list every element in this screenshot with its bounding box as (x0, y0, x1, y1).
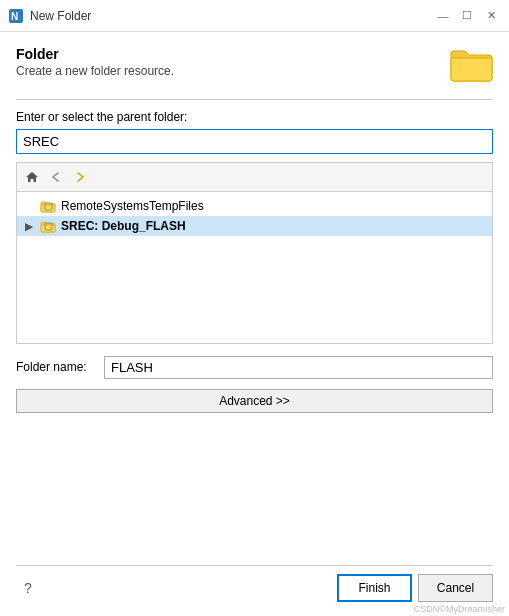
tree-area[interactable]: RemoteSystemsTempFiles ▶ SREC: Debug_FLA… (16, 191, 493, 344)
titlebar-icon: N (8, 8, 24, 24)
svg-text:N: N (11, 11, 18, 22)
srec-folder-icon (39, 218, 57, 234)
srec-debug-flash-label: SREC: Debug_FLASH (61, 219, 186, 233)
header-text: Folder Create a new folder resource. (16, 46, 174, 78)
remote-systems-label: RemoteSystemsTempFiles (61, 199, 204, 213)
folder-name-label: Folder name: (16, 360, 96, 374)
dialog-heading: Folder (16, 46, 174, 62)
cancel-button[interactable]: Cancel (418, 574, 493, 602)
folder-name-row: Folder name: (16, 356, 493, 379)
tree-item-remote-systems[interactable]: RemoteSystemsTempFiles (17, 196, 492, 216)
maximize-button[interactable]: ☐ (457, 6, 477, 26)
back-button[interactable] (45, 166, 67, 188)
parent-folder-input[interactable] (16, 129, 493, 154)
forward-button[interactable] (69, 166, 91, 188)
action-divider (16, 565, 493, 566)
folder-name-input[interactable] (104, 356, 493, 379)
parent-folder-label: Enter or select the parent folder: (16, 110, 493, 124)
titlebar: N New Folder — ☐ ✕ (0, 0, 509, 32)
minimize-button[interactable]: — (433, 6, 453, 26)
dialog-body: Folder Create a new folder resource. Ent… (0, 32, 509, 616)
help-button[interactable]: ? (16, 576, 40, 600)
tree-toolbar (16, 162, 493, 191)
action-buttons: Finish Cancel (337, 574, 493, 602)
titlebar-title: New Folder (30, 9, 433, 23)
folder-icon-small (39, 198, 57, 214)
expand-icon (25, 201, 39, 212)
titlebar-controls: — ☐ ✕ (433, 6, 501, 26)
action-row: ? Finish Cancel (16, 574, 493, 608)
dialog-subtext: Create a new folder resource. (16, 64, 174, 78)
advanced-button[interactable]: Advanced >> (16, 389, 493, 413)
tree-item-srec-debug-flash[interactable]: ▶ SREC: Debug_FLASH (17, 216, 492, 236)
top-divider (16, 99, 493, 100)
expand-arrow-srec[interactable]: ▶ (25, 221, 39, 232)
close-button[interactable]: ✕ (481, 6, 501, 26)
home-button[interactable] (21, 166, 43, 188)
folder-large-icon (449, 46, 493, 85)
header-section: Folder Create a new folder resource. (16, 46, 493, 85)
finish-button[interactable]: Finish (337, 574, 412, 602)
